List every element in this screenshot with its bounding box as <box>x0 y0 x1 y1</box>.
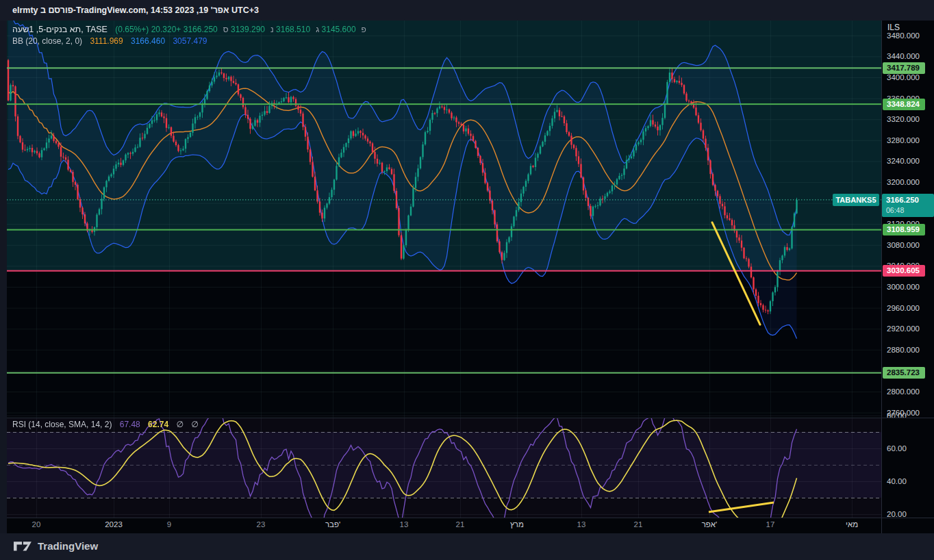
price-tick-label: 2920.000 <box>887 323 920 334</box>
price-chart-canvas[interactable] <box>7 21 881 518</box>
tradingview-logo-icon <box>14 542 32 551</box>
tradingview-snapshot: elrmty פורסם ב-TradingView.com, אפר' 19,… <box>0 0 934 560</box>
price-tick-label: 3320.000 <box>887 114 920 125</box>
publish-info-text: elrmty פורסם ב-TradingView.com, אפר' 19,… <box>12 5 259 15</box>
bar-countdown: 06:48 <box>886 206 934 215</box>
bb-lower-value: 3057.479 <box>173 36 207 46</box>
support-level-price-label[interactable]: 3108.959 <box>883 224 925 236</box>
price-tick-label: 3440.000 <box>887 51 920 62</box>
time-tick-label: 17 <box>766 520 775 529</box>
symbol-title[interactable]: תא בנקים-5, 1שעה, TASE <box>12 25 108 34</box>
support-level-price-label[interactable]: 3417.789 <box>883 62 925 74</box>
time-tick-label: מאי <box>846 520 858 529</box>
time-tick-label: 2023 <box>105 520 123 529</box>
last-price-symbol-tag: TABANKS5 <box>833 194 879 206</box>
footer-bar: TradingView <box>0 533 934 560</box>
price-tick-label: 3280.000 <box>887 135 920 146</box>
price-tick-label: 2880.000 <box>887 344 920 355</box>
rsi-empty-value-2: ∅ <box>191 420 198 429</box>
last-price-label[interactable]: 3166.25006:48 <box>882 194 934 217</box>
rsi-indicator-label[interactable]: RSI (14, close, SMA, 14, 2) <box>12 420 112 429</box>
time-axis[interactable]: 202023923פבר'1321מרץ1321אפר'17מאי <box>7 518 881 533</box>
ohlc-close-value: 3166.250 <box>184 25 218 34</box>
time-tick-label: 21 <box>634 520 643 529</box>
rsi-tick-label: 80.00 <box>887 410 907 421</box>
left-gutter <box>0 21 7 533</box>
bb-upper-value: 3166.460 <box>131 36 165 46</box>
time-tick-label: 9 <box>167 520 171 529</box>
time-tick-label: 23 <box>257 520 266 529</box>
bb-indicator-label[interactable]: BB (20, close, 2, 0) <box>12 36 82 46</box>
time-tick-label: 21 <box>456 520 465 529</box>
tradingview-logo[interactable]: TradingView <box>14 540 98 552</box>
time-tick-label: 20 <box>32 520 41 529</box>
rsi-tick-label: 60.00 <box>887 443 907 454</box>
rsi-tick-label: 40.00 <box>887 476 907 487</box>
price-axis-divider <box>881 21 882 533</box>
ohlc-close-key: ס <box>223 25 229 34</box>
support-level-price-label[interactable]: 3348.824 <box>883 99 925 110</box>
price-axis[interactable]: ILS 3480.0003440.0003400.0003360.0003320… <box>882 21 934 533</box>
bb-basis-value: 3111.969 <box>90 36 123 46</box>
price-tick-label: 3200.000 <box>887 177 920 188</box>
bb-legend: BB (20, close, 2, 0) 3111.969 3166.460 3… <box>12 36 207 46</box>
change-value: +20.320 (+0.65%) <box>115 25 181 34</box>
time-tick-label: פבר' <box>325 520 340 529</box>
stop-level-price-label[interactable]: 3030.605 <box>883 265 925 277</box>
ohlc-high-value: 3168.510 <box>276 25 310 34</box>
ohlc-low-value: 3139.290 <box>231 25 265 34</box>
publish-info-bar: elrmty פורסם ב-TradingView.com, אפר' 19,… <box>0 0 934 21</box>
rsi-empty-value-1: ∅ <box>176 420 183 429</box>
rsi-value: 67.48 <box>120 420 140 429</box>
time-tick-label: 13 <box>400 520 409 529</box>
last-price-value: 3166.250 <box>886 194 934 206</box>
price-tick-label: 3000.000 <box>887 281 920 292</box>
support-level-price-label[interactable]: 2835.723 <box>883 367 925 379</box>
symbol-legend: תא בנקים-5, 1שעה, TASE פ3145.600 ג3168.5… <box>12 25 366 34</box>
price-tick-label: 3080.000 <box>887 240 920 251</box>
ohlc-high-key: ג <box>316 25 319 34</box>
time-tick-label: 13 <box>577 520 586 529</box>
price-tick-label: 3480.000 <box>887 30 920 41</box>
rsi-sma-value: 62.74 <box>148 420 168 429</box>
ohlc-open-value: 3145.600 <box>322 25 356 34</box>
ohlc-low-key: נ <box>270 25 274 34</box>
rsi-legend: RSI (14, close, SMA, 14, 2) 67.48 62.74 … <box>12 420 199 429</box>
tradingview-logo-text: TradingView <box>38 540 98 552</box>
ohlc-open-key: פ <box>362 25 366 34</box>
price-tick-label: 2800.000 <box>887 386 920 397</box>
rsi-pane-divider[interactable] <box>7 418 934 418</box>
time-tick-label: מרץ <box>510 520 524 529</box>
price-tick-label: 2960.000 <box>887 303 920 314</box>
price-tick-label: 3240.000 <box>887 155 920 166</box>
time-tick-label: אפר' <box>702 520 718 529</box>
time-axis-divider <box>7 518 934 518</box>
